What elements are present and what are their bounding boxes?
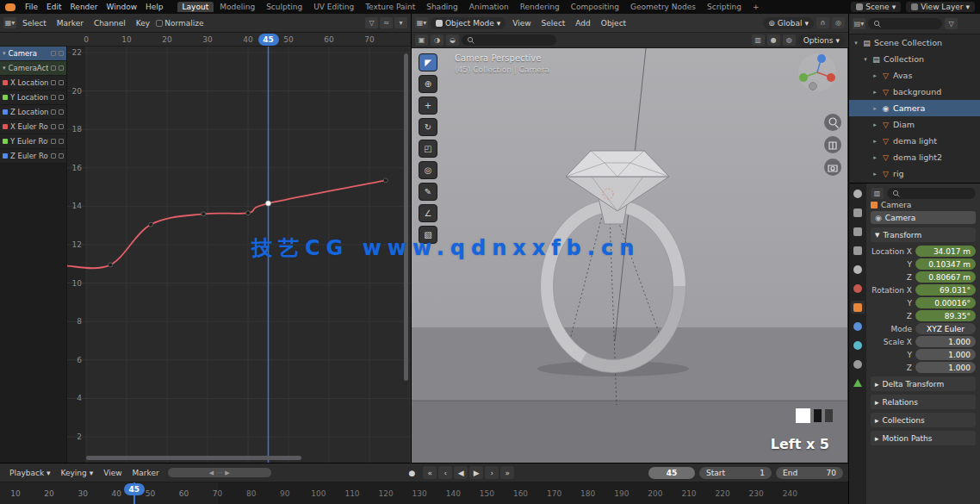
timeline-menu-view[interactable]: View [99, 469, 126, 477]
auto-keyframe-button[interactable]: ● [405, 466, 419, 479]
prev-keyframe-button[interactable]: ‹ [438, 466, 452, 479]
grid-icon[interactable]: ▥ [871, 188, 884, 199]
workspace-tab-modeling[interactable]: Modeling [214, 2, 260, 12]
workspace-tab-sculpting[interactable]: Sculpting [261, 2, 307, 12]
gizmo-toggle-icon[interactable]: ◑ [431, 34, 443, 46]
filter-icon[interactable]: ▽ [945, 18, 958, 29]
transform-orientation-selector[interactable]: ⊚ Global ▾ [763, 17, 814, 29]
disclosure-triangle-icon[interactable]: ▸ [871, 121, 878, 128]
object-name-field[interactable]: ◉ Camera [871, 211, 976, 224]
disclosure-triangle-icon[interactable]: ▸ [871, 154, 878, 161]
current-frame-field[interactable]: 45 [648, 467, 695, 479]
viewport-menu-select[interactable]: Select [537, 19, 570, 28]
lock-toggle-icon[interactable] [59, 153, 64, 159]
proportional-edit-icon[interactable]: ◎ [832, 17, 845, 28]
editor-type-button[interactable]: ▤▾ [853, 18, 865, 29]
disclosure-triangle-icon[interactable]: ▾ [3, 65, 6, 72]
disclosure-triangle-icon[interactable]: ▸ [871, 138, 878, 145]
graph-menu-marker[interactable]: Marker [53, 19, 88, 28]
lock-toggle-icon[interactable] [59, 95, 64, 100]
jump-start-button[interactable]: « [423, 466, 437, 479]
frame-end-field[interactable]: End 70 [776, 467, 843, 479]
keyframe-point[interactable] [109, 263, 113, 267]
property-value-mode[interactable]: XYZ Euler [915, 323, 976, 334]
outliner-item-collection[interactable]: ▾▤Collection [849, 51, 980, 67]
blender-logo-icon[interactable] [5, 3, 16, 11]
view-options-icon[interactable]: ▾ [394, 17, 407, 28]
menu-edit[interactable]: Edit [42, 3, 65, 11]
section-collections[interactable]: ▸Collections [871, 413, 976, 427]
options-menu[interactable]: Options ▾ [798, 34, 845, 47]
overlays-toggle-icon[interactable]: ◒ [446, 34, 459, 46]
channel-camera[interactable]: ▾Camera [0, 47, 66, 61]
channel-z-euler-rotation[interactable]: Z Euler Rotation [0, 149, 66, 164]
workspace-tab-compositing[interactable]: Compositing [566, 2, 624, 12]
property-value-y[interactable]: 0.00016° [915, 297, 976, 308]
lock-toggle-icon[interactable] [59, 51, 64, 56]
mute-toggle-icon[interactable] [51, 139, 56, 144]
mute-toggle-icon[interactable] [51, 109, 56, 115]
snap-magnet-icon[interactable]: ∩ [816, 17, 829, 28]
white-swatch[interactable] [796, 408, 810, 423]
graph-menu-select[interactable]: Select [18, 19, 51, 28]
properties-tab-object-data[interactable] [851, 376, 865, 389]
properties-tab-tool[interactable] [851, 187, 865, 200]
properties-tab-world[interactable] [851, 282, 865, 295]
property-value-z[interactable]: 1.000 [915, 362, 976, 373]
outliner-item-rig[interactable]: ▸▽rig [849, 165, 980, 182]
properties-tab-physics[interactable] [851, 339, 865, 352]
properties-tab-constraints[interactable] [851, 358, 865, 370]
properties-tab-view-layer[interactable] [851, 244, 865, 257]
graph-playhead-bubble[interactable]: 45 [258, 34, 279, 46]
cursor-tool[interactable]: ⊕ [419, 75, 437, 93]
workspace-tab-layout[interactable]: Layout [177, 2, 214, 12]
properties-tab-render[interactable] [851, 206, 865, 219]
workspace-tab-scripting[interactable]: Scripting [702, 2, 747, 12]
workspace-tab-geometry-nodes[interactable]: Geometry Nodes [625, 2, 701, 12]
play-reverse-button[interactable]: ◀ [454, 466, 468, 479]
outliner-item-scene-collection[interactable]: ▾▤Scene Collection [849, 34, 980, 51]
property-value-z[interactable]: 89.35° [915, 310, 976, 321]
viewport-search-input[interactable] [462, 34, 556, 46]
normalize-checkbox[interactable] [156, 20, 163, 27]
property-value-scale-x[interactable]: 1.000 [915, 336, 976, 347]
measure-tool[interactable]: ∠ [419, 204, 437, 222]
select-mode-icon[interactable]: ▣ [415, 34, 428, 46]
keyframe-point[interactable] [266, 201, 271, 206]
vertical-scrollbar[interactable] [404, 53, 408, 381]
outliner-search-input[interactable] [868, 18, 942, 29]
editor-type-button[interactable]: ▦▾ [415, 17, 428, 28]
lock-toggle-icon[interactable] [59, 139, 64, 144]
viewport-menu-add[interactable]: Add [571, 19, 594, 28]
channel-y-euler-rotation[interactable]: Y Euler Rotation [0, 134, 66, 149]
timeline-menu-playback[interactable]: Playback ▾ [5, 469, 55, 477]
keyframe-point[interactable] [383, 178, 388, 183]
channel-z-location[interactable]: Z Location [0, 105, 66, 120]
disclosure-triangle-icon[interactable]: ▾ [3, 50, 6, 57]
dark-swatch[interactable] [814, 409, 822, 422]
section-motion-paths[interactable]: ▸Motion Paths [871, 431, 976, 445]
disclosure-triangle-icon[interactable]: ▸ [871, 171, 878, 177]
next-keyframe-button[interactable]: › [485, 466, 499, 479]
keyframe-point[interactable] [202, 212, 206, 216]
add-cube-tool[interactable]: ▧ [419, 226, 437, 244]
lock-toggle-icon[interactable] [59, 80, 64, 85]
shading-rendered-icon[interactable]: ◍ [783, 34, 796, 46]
property-value-location-x[interactable]: 34.017 m [915, 246, 976, 257]
fcurve-plot[interactable] [67, 47, 411, 463]
gray-swatch[interactable] [825, 409, 833, 422]
channel-y-location[interactable]: Y Location [0, 90, 66, 105]
outliner-item-background[interactable]: ▸▽background [849, 84, 980, 100]
workspace-tab-uv-editing[interactable]: UV Editing [308, 2, 359, 12]
viewport-menu-object[interactable]: Object [597, 19, 630, 28]
frame-start-field[interactable]: Start 1 [699, 467, 772, 479]
viewport-canvas[interactable]: Camera Perspective (45) Collection | Cam… [412, 48, 848, 463]
outliner-item-dema-light2[interactable]: ▸▽dema light2 [849, 149, 980, 165]
outliner-item-camera[interactable]: ▸◉Camera [849, 100, 980, 116]
workspace-tab-texture-paint[interactable]: Texture Paint [360, 2, 420, 12]
horizontal-scrollbar[interactable] [86, 456, 301, 460]
properties-tab-object[interactable] [851, 301, 865, 314]
editor-type-button[interactable]: ▦▾ [3, 17, 16, 28]
filter-icon[interactable]: ▽ [365, 17, 378, 28]
graph-menu-key[interactable]: Key [132, 19, 154, 28]
